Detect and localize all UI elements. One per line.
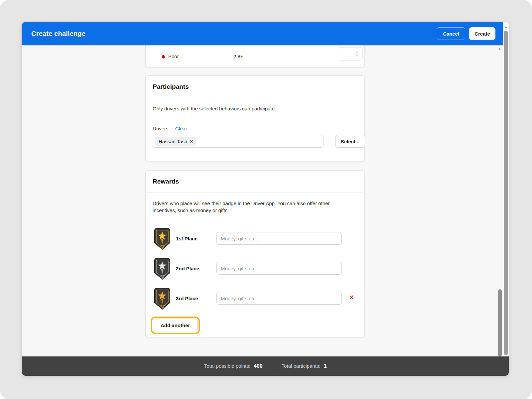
total-points-value: 400 — [254, 363, 263, 369]
drivers-label-row: Drivers · Clear — [146, 118, 364, 131]
behavior-row: Poor 2.8+ — [146, 46, 364, 67]
rewards-card: Rewards Drivers who place will see their… — [145, 170, 365, 337]
inner-scroll-up-icon[interactable]: ▲ — [497, 47, 502, 50]
poor-behavior-dot-icon — [162, 55, 165, 59]
behaviors-card: Poor 2.8+ — [145, 45, 365, 67]
page-title: Create challenge — [31, 30, 85, 38]
add-another-button[interactable]: Add another — [153, 319, 198, 332]
cancel-button[interactable]: Cancel — [437, 27, 465, 40]
behavior-points-input[interactable] — [338, 47, 363, 61]
reward-row-third: 3rd Place ✕ — [146, 287, 364, 310]
reward-row-second: 2nd Place — [146, 257, 364, 280]
drivers-multiselect-input[interactable]: Hassan Tasir ✕ — [153, 135, 324, 148]
total-participants-label: Total participants: — [282, 363, 321, 369]
participants-description: Only drivers with the selected behaviors… — [146, 98, 364, 112]
total-participants-group: Total participants: 1 — [282, 363, 327, 369]
driver-chip-name: Hassan Tasir — [159, 139, 187, 144]
first-place-badge-icon — [153, 227, 172, 250]
rewards-description: Drivers who place will see their badge i… — [146, 193, 353, 214]
first-place-reward-input[interactable] — [216, 232, 342, 245]
page-background: Create challenge Cancel Create Poor 2.8+… — [0, 0, 532, 399]
second-place-badge-icon — [153, 257, 172, 280]
header-actions: Cancel Create — [437, 27, 495, 40]
drivers-label: Drivers — [153, 126, 169, 131]
remove-driver-icon[interactable]: ✕ — [190, 139, 193, 144]
total-participants-value: 1 — [324, 363, 327, 369]
third-place-reward-input[interactable] — [216, 292, 342, 305]
participants-card: Participants Only drivers with the selec… — [145, 75, 365, 161]
dot-separator: · — [171, 126, 173, 131]
behavior-threshold: 2.8+ — [233, 54, 243, 59]
divider — [146, 220, 364, 220]
totals-footer: Total possible points: 400 Total partici… — [22, 356, 509, 376]
third-place-label: 3rd Place — [176, 296, 198, 301]
create-button[interactable]: Create — [469, 27, 495, 40]
total-points-group: Total possible points: 400 — [204, 363, 263, 369]
behavior-label: Poor — [168, 54, 179, 59]
total-points-label: Total possible points: — [204, 363, 250, 369]
outer-scrollbar-track[interactable]: ▲ — [503, 22, 509, 356]
modal-body: Poor 2.8+ Participants Only drivers with… — [22, 45, 503, 356]
rewards-title: Rewards — [146, 171, 364, 193]
driver-chip: Hassan Tasir ✕ — [155, 137, 196, 146]
select-drivers-button[interactable]: Select... — [335, 135, 365, 148]
footer-divider — [272, 362, 272, 370]
reward-row-first: 1st Place — [146, 227, 364, 250]
create-challenge-modal: Create challenge Cancel Create Poor 2.8+… — [22, 22, 509, 376]
first-place-label: 1st Place — [176, 236, 198, 241]
clear-drivers-link[interactable]: Clear — [175, 126, 187, 131]
third-place-badge-icon — [153, 287, 172, 310]
remove-third-place-icon[interactable]: ✕ — [349, 294, 354, 301]
outer-scroll-up-icon[interactable]: ▲ — [503, 25, 509, 29]
second-place-label: 2nd Place — [176, 266, 199, 271]
inner-scrollbar-thumb[interactable] — [498, 289, 502, 356]
outer-scrollbar-thumb[interactable] — [504, 31, 508, 355]
drivers-row: Hassan Tasir ✕ Select... — [153, 135, 324, 148]
participants-title: Participants — [146, 76, 364, 98]
modal-header: Create challenge Cancel Create — [22, 22, 503, 45]
second-place-reward-input[interactable] — [216, 262, 342, 275]
